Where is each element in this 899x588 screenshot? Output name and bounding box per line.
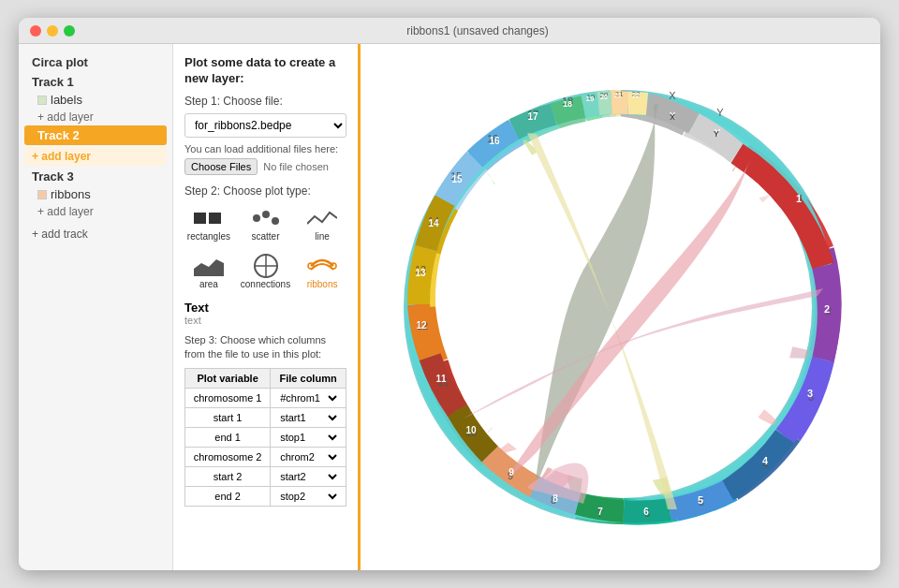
sidebar-layer-ribbons[interactable]: ribbons (19, 185, 172, 203)
sidebar-add-layer-1[interactable]: + add layer (19, 109, 172, 125)
sidebar-add-layer-2[interactable]: + add layer (24, 147, 167, 166)
svg-text:19: 19 (585, 95, 594, 103)
sidebar-add-track[interactable]: + add track (19, 220, 172, 248)
step3-label: Step 3: Choose which columns from the fi… (184, 333, 346, 362)
ribbons-label: ribbons (307, 279, 338, 289)
app-window: ribbons1 (unsaved changes) Circa plot Tr… (19, 18, 880, 570)
panel-heading: Plot some data to create a new layer: (184, 55, 346, 87)
table-cell-var: start 1 (185, 407, 271, 427)
table-row: start 1 start1 (185, 407, 346, 427)
chord-svg: X Y 1 2 3 4 5 6 7 8 9 10 11 12 13 14 15 (396, 82, 846, 532)
col-select-chrom1[interactable]: #chrom1 (276, 391, 340, 404)
svg-text:X: X (669, 112, 674, 122)
table-cell-var: chromosome 1 (185, 388, 271, 407)
col-select-chrom2[interactable]: chrom2 (276, 450, 340, 463)
table-row: end 2 stop2 (185, 486, 346, 506)
close-button[interactable] (30, 25, 41, 37)
table-cell-col[interactable]: stop1 (271, 427, 346, 447)
svg-text:1: 1 (795, 193, 801, 204)
svg-text:6: 6 (643, 507, 649, 517)
layer-color-ribbons (37, 190, 47, 199)
svg-text:3: 3 (806, 388, 812, 399)
svg-text:22: 22 (632, 92, 640, 98)
table-cell-col[interactable]: stop2 (271, 486, 346, 506)
table-cell-col[interactable]: start2 (271, 466, 346, 486)
table-cell-col[interactable]: chrom2 (271, 447, 346, 466)
table-row: start 2 start2 (185, 466, 346, 486)
table-cell-col[interactable]: #chrom1 (271, 388, 346, 407)
table-row: chromosome 1 #chrom1 (185, 388, 346, 407)
choose-files-button[interactable]: Choose Files (184, 158, 258, 175)
table-cell-col[interactable]: start1 (271, 407, 346, 427)
sidebar-track-3[interactable]: Track 3 (19, 168, 172, 185)
file-select[interactable]: for_ribbons2.bedpe (184, 113, 346, 138)
connections-icon (251, 255, 281, 277)
text-small: text (184, 315, 346, 326)
svg-rect-0 (194, 213, 206, 224)
svg-text:20: 20 (600, 94, 608, 100)
ribbons-icon (307, 255, 337, 277)
sidebar-add-layer-3[interactable]: + add layer (19, 203, 172, 220)
rectangles-label: rectangles (187, 231, 230, 242)
titlebar: ribbons1 (unsaved changes) (19, 18, 880, 44)
svg-text:X: X (669, 90, 676, 101)
col-select-start1[interactable]: start1 (276, 411, 340, 424)
no-file-text: No file chosen (263, 161, 329, 172)
svg-text:9: 9 (508, 467, 514, 478)
sidebar-track-1[interactable]: Track 1 (19, 73, 172, 91)
fullscreen-button[interactable] (64, 25, 75, 37)
control-panel: Plot some data to create a new layer: St… (173, 44, 361, 570)
table-row: end 1 stop1 (185, 427, 346, 447)
chord-diagram: X Y 1 2 3 4 5 6 7 8 9 10 11 12 13 14 15 (396, 82, 846, 532)
text-section: Text text (184, 301, 346, 326)
text-bold: Text (184, 301, 346, 315)
step2-label: Step 2: Choose plot type: (184, 184, 346, 198)
svg-text:12: 12 (416, 320, 427, 331)
svg-text:Y: Y (713, 129, 718, 139)
col-select-stop1[interactable]: stop1 (276, 431, 340, 444)
sidebar-title: Circa plot (19, 51, 172, 73)
col-select-start2[interactable]: start2 (276, 470, 340, 483)
table-cell-var: chromosome 2 (185, 447, 271, 466)
table-cell-var: start 2 (185, 466, 271, 486)
line-icon (307, 207, 337, 229)
svg-text:8: 8 (553, 493, 558, 504)
scatter-label: scatter (251, 231, 279, 242)
sidebar-track-2[interactable]: Track 2 (24, 125, 167, 145)
chart-area: X Y 1 2 3 4 5 6 7 8 9 10 11 12 13 14 15 (361, 44, 880, 570)
scatter-icon (251, 207, 281, 229)
svg-text:13: 13 (415, 268, 426, 278)
svg-point-3 (262, 211, 270, 218)
svg-text:Y: Y (716, 107, 724, 118)
main-content: Circa plot Track 1 labels + add layer Tr… (19, 44, 880, 570)
svg-text:17: 17 (527, 111, 538, 122)
plot-type-connections[interactable]: connections (239, 251, 292, 293)
svg-text:10: 10 (465, 425, 477, 435)
minimize-button[interactable] (47, 25, 58, 37)
plot-type-scatter[interactable]: scatter (239, 203, 292, 245)
svg-text:16: 16 (489, 136, 500, 146)
svg-text:4: 4 (761, 455, 768, 466)
plot-type-rectangles[interactable]: rectangles (184, 203, 233, 245)
table-cell-var: end 2 (185, 486, 271, 506)
svg-text:7: 7 (597, 507, 603, 517)
table-header-file-col: File column (271, 368, 346, 388)
plot-type-ribbons[interactable]: ribbons (298, 251, 346, 293)
traffic-lights (30, 25, 75, 37)
window-title: ribbons1 (unsaved changes) (86, 24, 869, 37)
table-cell-var: end 1 (185, 427, 271, 447)
table-row: chromosome 2 chrom2 (185, 447, 346, 466)
column-mapping-table: Plot variable File column chromosome 1 #… (184, 368, 346, 507)
plot-type-line[interactable]: line (298, 203, 346, 245)
svg-rect-1 (209, 213, 221, 224)
sidebar-layer-labels[interactable]: labels (19, 91, 172, 109)
svg-text:5: 5 (697, 494, 702, 506)
plot-type-area[interactable]: area (184, 251, 233, 293)
line-label: line (315, 231, 330, 242)
svg-point-2 (253, 214, 260, 222)
sidebar: Circa plot Track 1 labels + add layer Tr… (19, 44, 173, 570)
svg-text:15: 15 (451, 174, 463, 184)
area-label: area (199, 279, 218, 289)
col-select-stop2[interactable]: stop2 (276, 490, 340, 503)
svg-text:11: 11 (435, 374, 447, 384)
